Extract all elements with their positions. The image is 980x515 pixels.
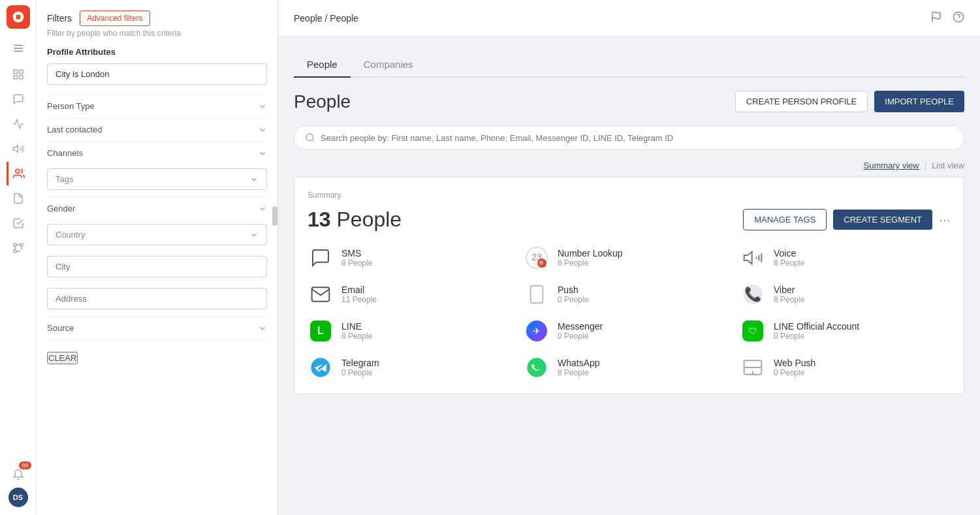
person-type-label: Person Type <box>47 101 95 111</box>
channel-email: Email 11 People <box>308 281 518 307</box>
panel-resize-handle[interactable] <box>272 206 277 226</box>
whatsapp-icon <box>524 354 550 381</box>
page-title: People <box>294 91 351 112</box>
nav-expand-toggle[interactable] <box>7 37 30 60</box>
svg-point-35 <box>527 358 546 377</box>
svg-text:📞: 📞 <box>744 286 762 303</box>
viber-icon: 📞 <box>740 281 766 307</box>
side-navigation: 88 DS <box>0 0 37 515</box>
country-dropdown[interactable]: Country <box>47 224 267 245</box>
last-contacted-filter[interactable]: Last contacted <box>47 117 267 141</box>
channels-filter[interactable]: Channels <box>47 141 267 164</box>
tags-dropdown[interactable]: Tags <box>47 168 267 190</box>
channel-whatsapp-name: WhatsApp <box>558 358 600 368</box>
channel-whatsapp-count: 8 People <box>558 368 600 377</box>
nav-icon-integrations[interactable] <box>7 236 30 260</box>
svg-rect-11 <box>20 243 23 246</box>
main-tabs: People Companies <box>294 52 964 78</box>
clear-filters-button[interactable]: CLEAR <box>47 352 78 364</box>
channel-line-oa-name: LINE Official Account <box>774 321 859 332</box>
notification-badge: 88 <box>19 461 31 469</box>
top-bar: People / People <box>278 0 980 37</box>
list-view-option[interactable]: List view <box>932 161 964 170</box>
number-lookup-icon: 23 🔍 <box>524 245 550 271</box>
source-filter[interactable]: Source <box>47 316 267 339</box>
city-filter-tag[interactable]: City is London <box>47 63 267 85</box>
svg-rect-4 <box>14 70 17 73</box>
svg-line-21 <box>312 140 314 142</box>
svg-point-20 <box>306 134 313 141</box>
channel-email-name: Email <box>341 285 377 295</box>
advanced-filters-button[interactable]: Advanced filters <box>80 10 150 26</box>
nav-icon-chat[interactable] <box>7 87 30 111</box>
channel-messenger-name: Messenger <box>558 321 603 332</box>
breadcrumb-prefix: People / <box>294 13 330 23</box>
more-options-button[interactable]: ⋯ <box>939 213 951 227</box>
breadcrumb: People / People <box>294 13 358 23</box>
svg-text:🔍: 🔍 <box>539 260 546 268</box>
channel-web-push-count: 0 People <box>774 368 815 377</box>
svg-marker-8 <box>13 146 18 153</box>
source-label: Source <box>47 323 74 333</box>
svg-point-34 <box>311 358 330 377</box>
channel-voice-count: 8 People <box>774 258 804 268</box>
search-bar <box>294 125 964 150</box>
people-count: 13 People <box>308 208 402 232</box>
nav-icon-segments[interactable] <box>7 211 30 235</box>
channel-web-push: Web Push 0 People <box>740 354 951 381</box>
channel-number-lookup-name: Number Lookup <box>558 248 623 258</box>
channel-viber-count: 8 People <box>774 295 804 304</box>
gender-label: Gender <box>47 204 75 213</box>
manage-tags-button[interactable]: MANAGE TAGS <box>743 209 827 230</box>
svg-rect-6 <box>14 76 17 79</box>
nav-icon-contacts[interactable] <box>7 187 30 210</box>
channel-email-count: 11 People <box>341 295 377 304</box>
channel-line-oa-count: 0 People <box>774 332 859 341</box>
notifications-bell[interactable]: 88 <box>7 463 30 486</box>
tab-companies[interactable]: Companies <box>351 52 426 78</box>
channel-number-lookup: 23 🔍 Number Lookup 8 People <box>524 245 735 271</box>
filter-description: Filter by people who match this criteria <box>47 29 267 38</box>
tab-people[interactable]: People <box>294 52 351 78</box>
channel-sms: SMS 8 People <box>308 245 518 271</box>
address-input[interactable] <box>47 288 267 309</box>
nav-icon-dashboard[interactable] <box>7 63 30 86</box>
flag-icon[interactable] <box>930 11 942 25</box>
last-contacted-label: Last contacted <box>47 125 103 134</box>
summary-label: Summary <box>308 191 951 200</box>
channel-viber: 📞 Viber 8 People <box>740 281 951 307</box>
main-content: People / People People Companies Peopl <box>278 0 980 515</box>
content-area: People Companies People CREATE PERSON PR… <box>278 37 980 515</box>
nav-icon-campaigns[interactable] <box>7 137 30 161</box>
svg-rect-30 <box>531 286 543 304</box>
search-input[interactable] <box>321 133 953 143</box>
breadcrumb-current: People <box>330 13 358 23</box>
gender-filter[interactable]: Gender <box>47 196 267 220</box>
summary-view-option[interactable]: Summary view <box>864 161 919 170</box>
svg-rect-5 <box>19 70 22 73</box>
city-input[interactable] <box>47 256 267 277</box>
app-logo[interactable] <box>7 5 30 29</box>
import-people-button[interactable]: IMPORT PEOPLE <box>874 91 964 112</box>
svg-rect-12 <box>14 250 16 253</box>
create-segment-button[interactable]: CREATE SEGMENT <box>833 210 932 230</box>
svg-marker-26 <box>744 252 752 264</box>
channel-messenger: ✈ Messenger 0 People <box>524 318 735 344</box>
nav-icon-people[interactable] <box>7 162 30 185</box>
channel-push-name: Push <box>558 285 588 295</box>
nav-icon-reports[interactable] <box>7 112 30 136</box>
create-person-button[interactable]: CREATE PERSON PROFILE <box>735 91 868 112</box>
channel-telegram: Telegram 0 People <box>308 354 518 381</box>
channel-line: L LINE 8 People <box>308 318 518 344</box>
channel-grid: SMS 8 People 23 🔍 N <box>308 245 951 381</box>
channel-number-lookup-count: 8 People <box>558 258 623 268</box>
line-oa-icon: 🛡 <box>740 318 766 344</box>
person-type-filter[interactable]: Person Type <box>47 94 267 117</box>
user-avatar[interactable]: DS <box>8 488 28 507</box>
channels-label: Channels <box>47 148 83 158</box>
channel-sms-count: 8 People <box>341 258 372 268</box>
view-options: Summary view | List view <box>294 161 964 170</box>
help-icon[interactable] <box>953 11 964 25</box>
people-count-suffix: People <box>331 208 402 231</box>
view-divider: | <box>925 161 926 170</box>
